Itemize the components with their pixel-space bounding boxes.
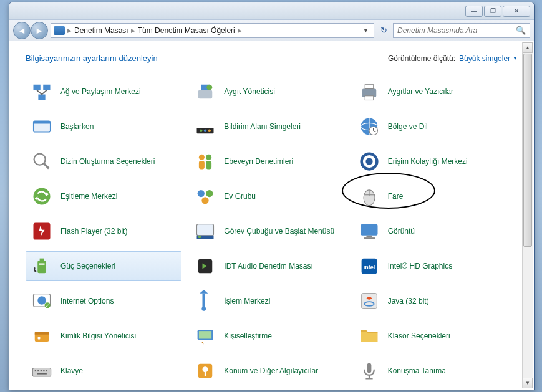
- control-panel-item[interactable]: Konuşma Tanıma: [353, 356, 509, 386]
- item-label: Intel® HD Graphics: [388, 262, 453, 270]
- control-panel-item[interactable]: Eşitleme Merkezi: [26, 181, 181, 211]
- search-input[interactable]: [397, 26, 516, 35]
- svg-point-32: [34, 188, 51, 205]
- control-panel-item[interactable]: Kimlik Bilgisi Yöneticisi: [26, 321, 181, 351]
- view-by-value: Büyük simgeler: [459, 54, 510, 63]
- view-by-label: Görüntüleme ölçütü:: [388, 54, 455, 63]
- item-label: Klasör Seçenekleri: [388, 332, 450, 340]
- control-panel-item[interactable]: Java (32 bit): [353, 286, 509, 316]
- control-panel-item[interactable]: Güç Seçenekleri: [26, 251, 181, 281]
- annotation-circle: [342, 173, 435, 209]
- credential-icon: [31, 325, 53, 347]
- item-label: Konum ve Diğer Algılayıcılar: [224, 366, 318, 375]
- heading-row: Bilgisayarınızın ayarlarını düzenleyin G…: [26, 54, 518, 63]
- svg-point-26: [206, 155, 211, 160]
- indexing-icon: [31, 150, 53, 173]
- device-mgr-icon: [194, 80, 216, 103]
- control-panel-item[interactable]: Ebeveyn Denetimleri: [189, 146, 345, 176]
- scroll-down-button[interactable]: ▼: [523, 378, 533, 388]
- display-icon: [358, 220, 380, 242]
- address-box[interactable]: ▶ Denetim Masası ▶ Tüm Denetim Masası Öğ…: [51, 23, 374, 38]
- personalize-icon: [194, 325, 216, 347]
- control-panel-item[interactable]: Fare: [353, 181, 509, 211]
- control-panel-icon: [54, 26, 65, 35]
- item-label: Görev Çubuğu ve Başlat Menüsü: [224, 227, 334, 236]
- control-panel-item[interactable]: Erişim Kolaylığı Merkezi: [353, 146, 509, 176]
- control-panel-item[interactable]: Aygıtlar ve Yazıcılar: [353, 77, 509, 107]
- address-dropdown[interactable]: ▼: [361, 27, 371, 34]
- control-panel-item[interactable]: Klavye: [26, 356, 181, 386]
- search-box[interactable]: 🔍: [393, 23, 530, 38]
- item-label: Ev Grubu: [224, 192, 256, 201]
- svg-rect-12: [34, 121, 51, 124]
- control-panel-item[interactable]: Ev Grubu: [189, 181, 345, 211]
- control-panel-item[interactable]: IDT Audio Denetim Masası: [189, 251, 345, 281]
- item-label: Erişim Kolaylığı Merkezi: [388, 157, 468, 166]
- ease-icon: [358, 150, 380, 173]
- control-panel-item[interactable]: Klasör Seçenekleri: [353, 321, 509, 351]
- control-panel-item[interactable]: Aygıt Yöneticisi: [189, 77, 345, 107]
- view-by-dropdown[interactable]: Büyük simgeler ▼: [459, 54, 518, 63]
- close-button[interactable]: ✕: [503, 6, 530, 17]
- svg-point-36: [206, 190, 213, 197]
- control-panel-item[interactable]: Başlarken: [26, 112, 181, 141]
- svg-rect-71: [37, 370, 39, 371]
- search-icon[interactable]: 🔍: [516, 26, 526, 35]
- item-label: Internet Options: [60, 297, 114, 305]
- back-button[interactable]: ◄: [13, 22, 31, 39]
- network-icon: [31, 80, 53, 103]
- svg-point-56: [37, 296, 46, 305]
- item-label: Klavye: [60, 366, 83, 375]
- svg-rect-70: [35, 370, 36, 371]
- vertical-scrollbar[interactable]: ▲ ▼: [522, 42, 533, 388]
- svg-point-25: [199, 155, 205, 160]
- control-panel-item[interactable]: Flash Player (32 bit): [26, 216, 181, 246]
- control-panel-item[interactable]: Bildirim Alanı Simgeleri: [189, 112, 345, 141]
- svg-point-7: [207, 85, 213, 90]
- chevron-right-icon: ▶: [131, 27, 135, 34]
- svg-line-4: [42, 90, 47, 95]
- close-icon: ✕: [514, 7, 519, 14]
- maximize-button[interactable]: ❐: [484, 6, 501, 17]
- parental-icon: [194, 150, 216, 173]
- svg-point-14: [200, 130, 203, 133]
- svg-point-31: [365, 158, 372, 165]
- control-panel-item[interactable]: Bölge ve Dil: [353, 112, 509, 141]
- minimize-button[interactable]: —: [465, 6, 483, 17]
- page-title: Bilgisayarınızın ayarlarını düzenleyin: [26, 54, 158, 63]
- item-label: Bölge ve Dil: [388, 122, 428, 131]
- control-panel-item[interactable]: ✓Internet Options: [26, 286, 181, 316]
- scroll-thumb[interactable]: [523, 54, 532, 247]
- svg-rect-0: [34, 85, 41, 90]
- control-panel-item[interactable]: İşlem Merkezi: [189, 286, 345, 316]
- chevron-right-icon: ▶: [67, 27, 72, 34]
- item-label: Bildirim Alanı Simgeleri: [224, 122, 301, 131]
- control-panel-item[interactable]: Kişiselleştirme: [189, 321, 345, 351]
- svg-rect-5: [198, 90, 213, 99]
- chevron-right-icon: ▶: [238, 27, 242, 34]
- item-label: Konuşma Tanıma: [388, 366, 446, 375]
- item-label: Başlarken: [60, 122, 94, 131]
- svg-rect-69: [32, 368, 51, 377]
- breadcrumb-item[interactable]: Tüm Denetim Masası Öğeleri: [138, 26, 235, 35]
- item-label: Ebeveyn Denetimleri: [224, 157, 293, 166]
- tray-icon: [194, 115, 216, 138]
- folder-icon: [358, 325, 380, 347]
- scroll-up-button[interactable]: ▲: [523, 42, 533, 53]
- control-panel-item[interactable]: Konum ve Diğer Algılayıcılar: [189, 356, 345, 386]
- svg-rect-49: [40, 259, 44, 261]
- getting-started-icon: [31, 115, 53, 138]
- breadcrumb-item[interactable]: Denetim Masası: [74, 26, 128, 35]
- forward-button[interactable]: ►: [31, 22, 48, 39]
- svg-rect-9: [365, 85, 374, 89]
- svg-rect-65: [35, 332, 49, 335]
- svg-point-35: [198, 190, 205, 197]
- svg-rect-73: [43, 370, 44, 371]
- refresh-button[interactable]: ↻: [377, 24, 390, 37]
- control-panel-item[interactable]: Ağ ve Paylaşım Merkezi: [26, 77, 181, 107]
- power-icon: [31, 255, 53, 277]
- control-panel-item[interactable]: Görev Çubuğu ve Başlat Menüsü: [189, 216, 345, 246]
- control-panel-item[interactable]: intelIntel® HD Graphics: [353, 251, 509, 281]
- control-panel-item[interactable]: Dizin Oluşturma Seçenekleri: [26, 146, 181, 176]
- control-panel-item[interactable]: Görüntü: [353, 216, 509, 246]
